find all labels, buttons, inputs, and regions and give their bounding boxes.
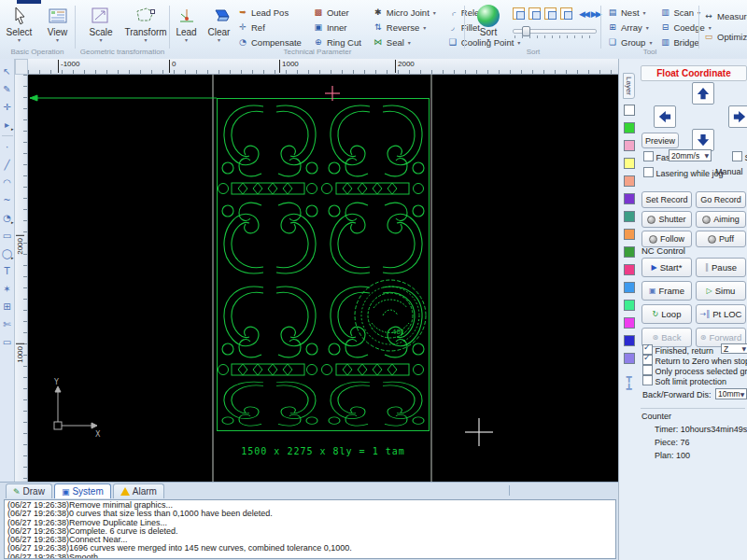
part-design[interactable]: 401 (218, 99, 430, 431)
pt-loc-button[interactable]: →‖Pt LOC (696, 304, 746, 324)
transform-button[interactable]: Transform ▾ (128, 4, 163, 42)
sort-button[interactable]: Sort ▾ (471, 4, 506, 42)
stop-checkbox[interactable] (732, 151, 742, 161)
measure-button[interactable]: ↔ Measure (703, 9, 747, 22)
seek-next-icon[interactable]: ▶▶ (591, 9, 600, 19)
lead-pos-button[interactable]: ➥Lead Pos (237, 6, 302, 19)
layer-color-7[interactable] (624, 229, 635, 240)
layer-color-4[interactable] (624, 175, 635, 187)
layer-color-3[interactable] (624, 158, 635, 169)
line-icon[interactable]: ╱ (1, 156, 14, 174)
optimize-button[interactable]: ▭ Optimize (703, 30, 747, 43)
layer-color-13[interactable] (624, 335, 635, 346)
float-coordinate-bar[interactable]: Float Coordinate (641, 65, 747, 81)
sort-down-icon[interactable] (560, 7, 572, 20)
set-record-button[interactable]: Set Record (641, 191, 692, 208)
layer-color-14[interactable] (624, 353, 635, 364)
go-record-button[interactable]: Go Record (696, 191, 746, 208)
return-position-combobox[interactable]: Z▼ (721, 343, 747, 354)
star-icon[interactable]: ✶ (1, 280, 14, 298)
sort-up-icon[interactable] (544, 7, 557, 20)
seek-prev-icon[interactable]: ◀◀ (579, 9, 588, 19)
system-log[interactable]: (06/27 19:26:38)Remove minimal graphics.… (4, 499, 616, 559)
compensate-button[interactable]: ◔Compensate (237, 35, 302, 49)
jog-left-button[interactable] (654, 105, 676, 128)
layer-color-10[interactable] (624, 282, 635, 293)
aiming-button[interactable]: Aiming (696, 211, 746, 228)
ellipse-icon[interactable]: ◯▸ (1, 245, 14, 262)
trim-icon[interactable]: ✄ (1, 315, 14, 333)
shutter-button[interactable]: Shutter (641, 211, 692, 228)
node-edit-icon[interactable]: ✎ (1, 80, 14, 98)
clear-button[interactable]: Clear ▾ (204, 4, 233, 42)
nest-button[interactable]: ▤Nest▾ (607, 6, 652, 19)
pie-icon[interactable]: ◔▸ (1, 209, 14, 227)
simu-button[interactable]: ▷Simu (696, 281, 746, 301)
return-to-zero-when-stop-checkbox[interactable] (642, 355, 653, 365)
layer-tab[interactable]: Layer (623, 73, 635, 99)
layer-color-0[interactable] (624, 105, 635, 116)
layer-color-6[interactable] (624, 211, 635, 222)
slider-thumb[interactable] (522, 26, 530, 36)
sort-outside-in-icon[interactable] (529, 7, 541, 20)
only-process-selected-gra-checkbox[interactable] (642, 365, 653, 375)
sort-slider[interactable] (513, 25, 597, 38)
layer-color-2[interactable] (624, 140, 635, 151)
tab-alarm[interactable]: Alarm (113, 483, 164, 498)
puff-button[interactable]: Puff (696, 231, 746, 247)
select-button[interactable]: Select ▾ (2, 4, 36, 42)
speed-combobox[interactable]: 20mm/s▼ (669, 149, 712, 161)
loop-button[interactable]: ↻Loop (641, 304, 692, 324)
layer-color-11[interactable] (624, 300, 635, 311)
frame-icon[interactable]: ▭ (1, 333, 14, 351)
outer-button[interactable]: ▩Outer (313, 6, 361, 19)
dim-bottom-icon[interactable]: ┻ (626, 383, 631, 395)
view-button[interactable]: View ▾ (40, 4, 75, 42)
text-icon[interactable]: T (1, 262, 14, 280)
jog-right-button[interactable] (728, 105, 747, 128)
array-button[interactable]: ⊞Array▾ (607, 21, 652, 34)
reverse-button[interactable]: ⇅Reverse▾ (373, 21, 436, 34)
drawing-canvas[interactable]: 401 Y X 1500 x 2275 x 8ly = 1 tam (28, 75, 618, 482)
ref-button[interactable]: ✛Ref (237, 21, 302, 34)
seal-button[interactable]: ⋈Seal▾ (373, 35, 436, 49)
reverse-icon: ⇅ (373, 22, 384, 32)
preview-button[interactable]: Preview (641, 133, 679, 148)
layer-color-9[interactable] (624, 264, 635, 275)
rectangle-icon[interactable]: ▭ (1, 227, 14, 245)
jog-down-button[interactable] (692, 129, 714, 151)
frame-button[interactable]: ▣Frame (641, 281, 692, 301)
tab-system[interactable]: ▣System (54, 483, 111, 498)
optimize-icon: ▭ (703, 32, 714, 41)
grid-icon[interactable]: ⊞ (1, 298, 14, 315)
inner-button[interactable]: ▣Inner (313, 21, 361, 34)
lasering-checkbox[interactable] (643, 167, 654, 177)
pan-hand-icon[interactable]: ✛ (1, 98, 14, 116)
tab-draw[interactable]: ✎Draw (6, 483, 52, 498)
point-icon[interactable]: · (1, 138, 14, 156)
fast-checkbox[interactable] (643, 151, 654, 161)
zoom-tools-icon[interactable]: ▸▸ (1, 116, 14, 133)
pause-button[interactable]: ‖Pause (696, 258, 746, 277)
sort-inside-out-icon[interactable] (513, 7, 525, 20)
lead-button[interactable]: Lead ▾ (172, 4, 201, 42)
micro-joint-button[interactable]: ✱Micro Joint▾ (373, 6, 436, 19)
group-basic-operation: Select ▾ View ▾ (2, 4, 75, 42)
node-select-icon[interactable]: ↖ (1, 63, 14, 80)
back-forward-dis-label: Back/Forward Dis: (642, 390, 712, 399)
start-button[interactable]: ▶Start* (641, 258, 692, 277)
jog-up-button[interactable] (692, 82, 714, 105)
manual-label[interactable]: Manual (715, 167, 743, 176)
scale-button[interactable]: Scale ▾ (83, 4, 119, 42)
layer-color-1[interactable] (624, 122, 635, 133)
back-forward-dis-combobox[interactable]: 10mm▼ (715, 388, 747, 399)
dim-top-icon[interactable]: ┳ (626, 371, 631, 383)
soft-limit-protection-checkbox[interactable] (642, 375, 653, 385)
layer-color-8[interactable] (624, 246, 635, 258)
layer-color-5[interactable] (624, 193, 635, 204)
spline-icon[interactable]: ~ (1, 191, 14, 209)
group-button[interactable]: ❏Group▾ (607, 35, 652, 49)
arc-icon[interactable]: ◠ (1, 174, 14, 191)
ring-cut-button[interactable]: ⊕Ring Cut (313, 35, 361, 49)
layer-color-12[interactable] (624, 317, 635, 329)
